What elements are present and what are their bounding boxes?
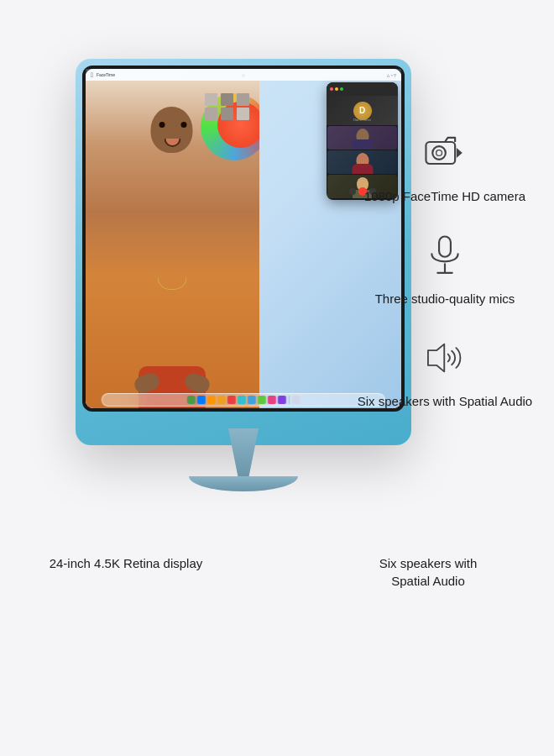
feature-speaker: Six speakers with Spatial Audio bbox=[358, 333, 532, 410]
mic-icon-wrap bbox=[420, 230, 470, 281]
dock-icon-app3 bbox=[257, 396, 265, 404]
art-item bbox=[205, 108, 217, 120]
svg-rect-4 bbox=[439, 236, 451, 256]
dock-icon-app2 bbox=[247, 396, 255, 404]
dock-icon-notes bbox=[217, 396, 225, 404]
window-close-dot bbox=[330, 87, 333, 91]
right-eye bbox=[181, 122, 187, 128]
features-panel: 1080p FaceTime HD camera T bbox=[336, 0, 554, 538]
page-container:  FaceTime △ ○ ▽ bbox=[0, 0, 554, 756]
hands bbox=[134, 370, 210, 391]
svg-marker-3 bbox=[457, 148, 463, 158]
art-item bbox=[221, 93, 233, 106]
necklace bbox=[158, 277, 187, 290]
caption-left: 24-inch 4.5K Retina display bbox=[34, 554, 218, 572]
speaker-icon bbox=[423, 336, 467, 380]
menu-items: FaceTime bbox=[97, 72, 115, 77]
person-area bbox=[86, 81, 259, 408]
speaker-feature-label: Six speakers with Spatial Audio bbox=[358, 393, 532, 410]
menu-bar-right: △ ○ ▽ bbox=[387, 73, 396, 77]
svg-marker-7 bbox=[428, 344, 444, 372]
speaker-icon-wrap bbox=[420, 333, 470, 383]
svg-rect-0 bbox=[426, 142, 455, 164]
display-caption: 24-inch 4.5K Retina display bbox=[50, 556, 203, 570]
camera-icon-wrap bbox=[420, 128, 470, 178]
dock-icon-safari bbox=[196, 396, 205, 404]
left-eye bbox=[159, 122, 165, 128]
imac-stand-base bbox=[189, 476, 298, 491]
wall-art bbox=[205, 93, 251, 120]
imac-section:  FaceTime △ ○ ▽ bbox=[0, 0, 554, 538]
dock-icon-trash bbox=[291, 396, 300, 404]
feature-camera: 1080p FaceTime HD camera bbox=[364, 128, 525, 205]
apple-logo-icon:  bbox=[91, 71, 93, 79]
speaker-caption: Six speakers withSpatial Audio bbox=[379, 556, 478, 588]
mic-icon bbox=[423, 234, 467, 277]
camera-icon bbox=[423, 131, 467, 175]
person-figure bbox=[86, 81, 259, 408]
dock-icon-app1 bbox=[237, 396, 245, 404]
dock-icon-app4 bbox=[267, 396, 275, 404]
dock-icon-facetime bbox=[227, 396, 235, 404]
feature-mic: Three studio-quality mics bbox=[375, 230, 515, 307]
art-item bbox=[237, 108, 249, 120]
art-item bbox=[221, 108, 233, 120]
art-item bbox=[205, 93, 217, 106]
menu-bar:  FaceTime △ ○ ▽ bbox=[86, 69, 401, 81]
svg-point-2 bbox=[436, 150, 442, 155]
art-item bbox=[237, 93, 249, 106]
caption-right: Six speakers withSpatial Audio bbox=[336, 554, 520, 590]
dock-icon-messages bbox=[206, 396, 215, 404]
dock-icon-app5 bbox=[277, 396, 285, 404]
person-face bbox=[149, 107, 196, 157]
mic-feature-label: Three studio-quality mics bbox=[375, 291, 515, 307]
svg-point-1 bbox=[432, 146, 446, 160]
menu-bar-left:  FaceTime bbox=[91, 71, 115, 79]
bottom-captions: 24-inch 4.5K Retina display Six speakers… bbox=[0, 538, 554, 655]
dock-icon-finder bbox=[186, 396, 195, 404]
camera-feature-label: 1080p FaceTime HD camera bbox=[364, 188, 525, 205]
